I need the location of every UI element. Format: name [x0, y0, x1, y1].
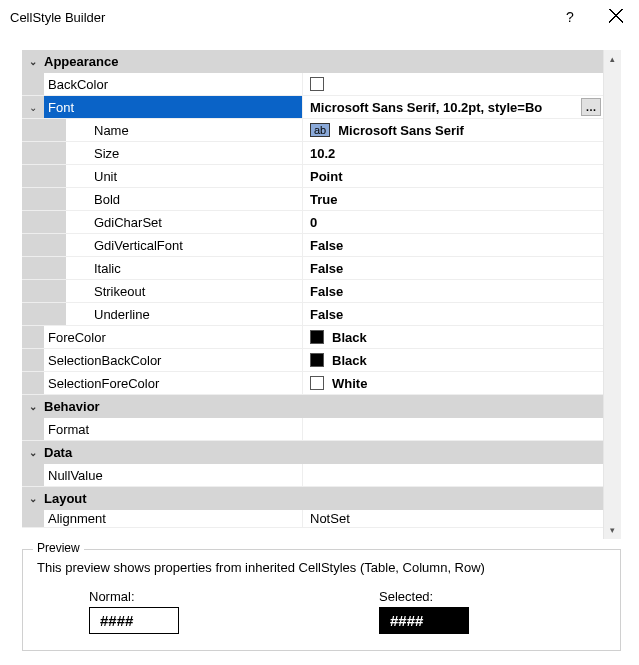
chevron-down-icon[interactable]: ⌄ [22, 447, 44, 458]
prop-font[interactable]: ⌄ Font Microsoft Sans Serif, 10.2pt, sty… [22, 96, 603, 119]
scroll-down-icon[interactable]: ▾ [604, 521, 622, 539]
prop-format[interactable]: Format [22, 418, 603, 441]
titlebar: CellStyle Builder ? 🞩 [0, 0, 639, 34]
prop-backcolor[interactable]: BackColor [22, 73, 603, 96]
prop-font-name[interactable]: Name abMicrosoft Sans Serif [22, 119, 603, 142]
content-area: ⌄ Appearance BackColor ⌄ Font Microsoft … [0, 34, 639, 539]
scroll-up-icon[interactable]: ▴ [604, 50, 622, 68]
category-data[interactable]: ⌄ Data [22, 441, 603, 464]
prop-nullvalue[interactable]: NullValue [22, 464, 603, 487]
sample-normal-box: #### [89, 607, 179, 634]
property-grid-wrap: ⌄ Appearance BackColor ⌄ Font Microsoft … [22, 50, 621, 539]
preview-legend: Preview [33, 541, 84, 555]
category-layout[interactable]: ⌄ Layout [22, 487, 603, 510]
category-behavior[interactable]: ⌄ Behavior [22, 395, 603, 418]
ellipsis-button[interactable]: … [581, 98, 601, 116]
scrollbar-track[interactable] [604, 68, 621, 521]
prop-font-bold[interactable]: Bold True [22, 188, 603, 211]
prop-font-size[interactable]: Size 10.2 [22, 142, 603, 165]
dialog-window: CellStyle Builder ? 🞩 ⌄ Appearance BackC… [0, 0, 639, 665]
color-swatch-icon [310, 353, 324, 367]
prop-selectionbackcolor[interactable]: SelectionBackColor Black [22, 349, 603, 372]
color-swatch-icon [310, 376, 324, 390]
prop-font-strikeout[interactable]: Strikeout False [22, 280, 603, 303]
chevron-down-icon[interactable]: ⌄ [22, 493, 44, 504]
property-grid[interactable]: ⌄ Appearance BackColor ⌄ Font Microsoft … [22, 50, 603, 539]
color-swatch-icon [310, 77, 324, 91]
help-button[interactable]: ? [547, 0, 593, 34]
preview-description: This preview shows properties from inher… [37, 560, 606, 575]
sample-selected: Selected: #### [379, 589, 469, 634]
category-appearance[interactable]: ⌄ Appearance [22, 50, 603, 73]
chevron-down-icon[interactable]: ⌄ [22, 56, 44, 67]
chevron-down-icon[interactable]: ⌄ [29, 102, 37, 113]
ab-icon: ab [310, 123, 330, 137]
color-swatch-icon [310, 330, 324, 344]
prop-font-gdiverticalfont[interactable]: GdiVerticalFont False [22, 234, 603, 257]
prop-font-underline[interactable]: Underline False [22, 303, 603, 326]
sample-normal: Normal: #### [89, 589, 179, 634]
preview-panel: Preview This preview shows properties fr… [22, 549, 621, 651]
prop-font-gdicharset[interactable]: GdiCharSet 0 [22, 211, 603, 234]
prop-alignment[interactable]: Alignment NotSet [22, 510, 603, 528]
vertical-scrollbar[interactable]: ▴ ▾ [603, 50, 621, 539]
close-button[interactable]: 🞩 [593, 0, 639, 34]
preview-samples: Normal: #### Selected: #### [37, 589, 606, 634]
chevron-down-icon[interactable]: ⌄ [22, 401, 44, 412]
prop-forecolor[interactable]: ForeColor Black [22, 326, 603, 349]
window-title: CellStyle Builder [10, 10, 547, 25]
prop-font-italic[interactable]: Italic False [22, 257, 603, 280]
prop-font-unit[interactable]: Unit Point [22, 165, 603, 188]
prop-selectionforecolor[interactable]: SelectionForeColor White [22, 372, 603, 395]
sample-selected-box: #### [379, 607, 469, 634]
